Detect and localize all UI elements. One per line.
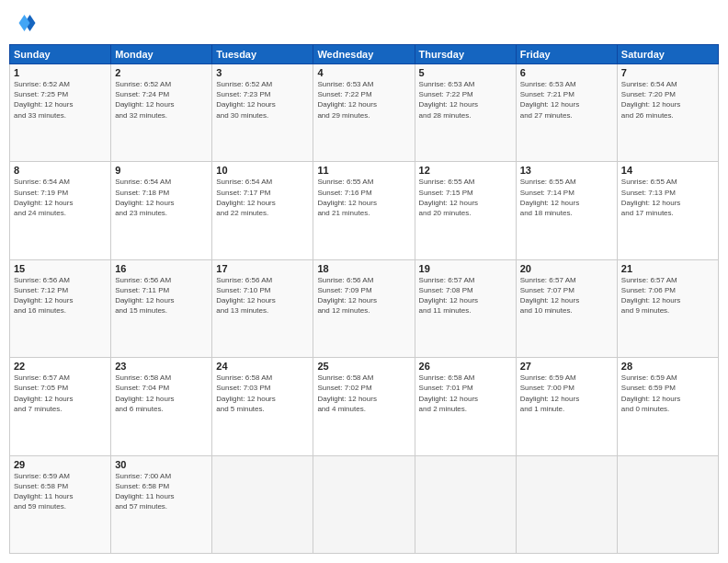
day-number: 24 bbox=[216, 361, 309, 372]
day-info: Sunrise: 6:54 AM Sunset: 7:20 PM Dayligh… bbox=[621, 79, 714, 121]
day-info: Sunrise: 6:57 AM Sunset: 7:08 PM Dayligh… bbox=[419, 275, 512, 316]
day-info: Sunrise: 6:59 AM Sunset: 6:59 PM Dayligh… bbox=[621, 373, 714, 414]
calendar-cell: 21Sunrise: 6:57 AM Sunset: 7:06 PM Dayli… bbox=[617, 259, 718, 357]
header bbox=[9, 9, 719, 37]
calendar-week-3: 15Sunrise: 6:56 AM Sunset: 7:12 PM Dayli… bbox=[10, 259, 719, 357]
calendar-cell: 25Sunrise: 6:58 AM Sunset: 7:02 PM Dayli… bbox=[313, 358, 415, 455]
calendar-cell bbox=[212, 455, 313, 553]
calendar-cell: 26Sunrise: 6:58 AM Sunset: 7:01 PM Dayli… bbox=[415, 358, 516, 455]
day-info: Sunrise: 6:55 AM Sunset: 7:13 PM Dayligh… bbox=[621, 177, 714, 218]
weekday-header-wednesday: Wednesday bbox=[313, 45, 415, 64]
weekday-header-sunday: Sunday bbox=[10, 45, 111, 64]
day-info: Sunrise: 6:53 AM Sunset: 7:22 PM Dayligh… bbox=[317, 79, 410, 121]
day-info: Sunrise: 6:58 AM Sunset: 7:01 PM Dayligh… bbox=[419, 373, 512, 414]
calendar-cell: 17Sunrise: 6:56 AM Sunset: 7:10 PM Dayli… bbox=[212, 259, 313, 357]
day-info: Sunrise: 6:55 AM Sunset: 7:16 PM Dayligh… bbox=[317, 177, 410, 218]
calendar-cell: 10Sunrise: 6:54 AM Sunset: 7:17 PM Dayli… bbox=[212, 162, 313, 259]
day-number: 25 bbox=[317, 361, 410, 372]
day-info: Sunrise: 6:57 AM Sunset: 7:05 PM Dayligh… bbox=[14, 373, 107, 414]
calendar-cell bbox=[415, 455, 516, 553]
day-info: Sunrise: 6:57 AM Sunset: 7:07 PM Dayligh… bbox=[520, 275, 613, 316]
calendar-week-5: 29Sunrise: 6:59 AM Sunset: 6:58 PM Dayli… bbox=[10, 455, 719, 553]
weekday-header-saturday: Saturday bbox=[617, 45, 718, 64]
calendar-cell: 27Sunrise: 6:59 AM Sunset: 7:00 PM Dayli… bbox=[516, 358, 617, 455]
day-number: 23 bbox=[115, 361, 208, 372]
day-info: Sunrise: 7:00 AM Sunset: 6:58 PM Dayligh… bbox=[115, 471, 208, 512]
day-number: 22 bbox=[14, 361, 107, 372]
day-number: 30 bbox=[115, 459, 208, 470]
day-info: Sunrise: 6:52 AM Sunset: 7:23 PM Dayligh… bbox=[216, 79, 309, 121]
day-number: 29 bbox=[14, 459, 107, 470]
calendar-cell: 20Sunrise: 6:57 AM Sunset: 7:07 PM Dayli… bbox=[516, 259, 617, 357]
logo-icon bbox=[9, 9, 37, 37]
day-number: 8 bbox=[14, 165, 107, 176]
calendar-cell bbox=[313, 455, 415, 553]
day-number: 2 bbox=[115, 67, 208, 78]
day-info: Sunrise: 6:56 AM Sunset: 7:12 PM Dayligh… bbox=[14, 275, 107, 316]
day-info: Sunrise: 6:59 AM Sunset: 7:00 PM Dayligh… bbox=[520, 373, 613, 414]
calendar-cell: 9Sunrise: 6:54 AM Sunset: 7:18 PM Daylig… bbox=[111, 162, 212, 259]
calendar-cell: 12Sunrise: 6:55 AM Sunset: 7:15 PM Dayli… bbox=[415, 162, 516, 259]
calendar-cell: 6Sunrise: 6:53 AM Sunset: 7:21 PM Daylig… bbox=[516, 64, 617, 162]
day-number: 14 bbox=[621, 165, 714, 176]
day-number: 6 bbox=[520, 67, 613, 78]
day-info: Sunrise: 6:54 AM Sunset: 7:19 PM Dayligh… bbox=[14, 177, 107, 218]
day-number: 13 bbox=[520, 165, 613, 176]
calendar-cell: 8Sunrise: 6:54 AM Sunset: 7:19 PM Daylig… bbox=[10, 162, 111, 259]
weekday-header-friday: Friday bbox=[516, 45, 617, 64]
day-number: 1 bbox=[14, 67, 107, 78]
day-number: 7 bbox=[621, 67, 714, 78]
calendar-cell: 24Sunrise: 6:58 AM Sunset: 7:03 PM Dayli… bbox=[212, 358, 313, 455]
day-info: Sunrise: 6:55 AM Sunset: 7:14 PM Dayligh… bbox=[520, 177, 613, 218]
day-info: Sunrise: 6:56 AM Sunset: 7:09 PM Dayligh… bbox=[317, 275, 410, 316]
calendar-week-2: 8Sunrise: 6:54 AM Sunset: 7:19 PM Daylig… bbox=[10, 162, 719, 259]
day-info: Sunrise: 6:53 AM Sunset: 7:21 PM Dayligh… bbox=[520, 79, 613, 121]
day-number: 10 bbox=[216, 165, 309, 176]
day-info: Sunrise: 6:54 AM Sunset: 7:18 PM Dayligh… bbox=[115, 177, 208, 218]
calendar-cell: 23Sunrise: 6:58 AM Sunset: 7:04 PM Dayli… bbox=[111, 358, 212, 455]
page: SundayMondayTuesdayWednesdayThursdayFrid… bbox=[0, 0, 728, 563]
calendar-cell bbox=[516, 455, 617, 553]
calendar-cell: 2Sunrise: 6:52 AM Sunset: 7:24 PM Daylig… bbox=[111, 64, 212, 162]
day-number: 12 bbox=[419, 165, 512, 176]
calendar-cell: 30Sunrise: 7:00 AM Sunset: 6:58 PM Dayli… bbox=[111, 455, 212, 553]
calendar-cell: 7Sunrise: 6:54 AM Sunset: 7:20 PM Daylig… bbox=[617, 64, 718, 162]
weekday-header-tuesday: Tuesday bbox=[212, 45, 313, 64]
day-number: 4 bbox=[317, 67, 410, 78]
weekday-header-monday: Monday bbox=[111, 45, 212, 64]
calendar-week-1: 1Sunrise: 6:52 AM Sunset: 7:25 PM Daylig… bbox=[10, 64, 719, 162]
day-number: 19 bbox=[419, 263, 512, 274]
day-info: Sunrise: 6:54 AM Sunset: 7:17 PM Dayligh… bbox=[216, 177, 309, 218]
day-info: Sunrise: 6:52 AM Sunset: 7:24 PM Dayligh… bbox=[115, 79, 208, 121]
calendar-cell: 15Sunrise: 6:56 AM Sunset: 7:12 PM Dayli… bbox=[10, 259, 111, 357]
day-info: Sunrise: 6:58 AM Sunset: 7:03 PM Dayligh… bbox=[216, 373, 309, 414]
day-number: 11 bbox=[317, 165, 410, 176]
day-number: 21 bbox=[621, 263, 714, 274]
day-number: 17 bbox=[216, 263, 309, 274]
calendar-cell: 11Sunrise: 6:55 AM Sunset: 7:16 PM Dayli… bbox=[313, 162, 415, 259]
day-info: Sunrise: 6:59 AM Sunset: 6:58 PM Dayligh… bbox=[14, 471, 107, 512]
calendar-cell: 18Sunrise: 6:56 AM Sunset: 7:09 PM Dayli… bbox=[313, 259, 415, 357]
calendar-table: SundayMondayTuesdayWednesdayThursdayFrid… bbox=[9, 44, 719, 554]
calendar-cell: 3Sunrise: 6:52 AM Sunset: 7:23 PM Daylig… bbox=[212, 64, 313, 162]
calendar-cell: 16Sunrise: 6:56 AM Sunset: 7:11 PM Dayli… bbox=[111, 259, 212, 357]
day-info: Sunrise: 6:58 AM Sunset: 7:04 PM Dayligh… bbox=[115, 373, 208, 414]
day-info: Sunrise: 6:53 AM Sunset: 7:22 PM Dayligh… bbox=[419, 79, 512, 121]
day-number: 27 bbox=[520, 361, 613, 372]
calendar-cell: 22Sunrise: 6:57 AM Sunset: 7:05 PM Dayli… bbox=[10, 358, 111, 455]
calendar-cell: 19Sunrise: 6:57 AM Sunset: 7:08 PM Dayli… bbox=[415, 259, 516, 357]
day-info: Sunrise: 6:58 AM Sunset: 7:02 PM Dayligh… bbox=[317, 373, 410, 414]
weekday-header-row: SundayMondayTuesdayWednesdayThursdayFrid… bbox=[10, 45, 719, 64]
day-number: 9 bbox=[115, 165, 208, 176]
day-info: Sunrise: 6:52 AM Sunset: 7:25 PM Dayligh… bbox=[14, 79, 107, 121]
day-number: 28 bbox=[621, 361, 714, 372]
day-number: 20 bbox=[520, 263, 613, 274]
day-number: 15 bbox=[14, 263, 107, 274]
calendar-cell: 14Sunrise: 6:55 AM Sunset: 7:13 PM Dayli… bbox=[617, 162, 718, 259]
day-info: Sunrise: 6:57 AM Sunset: 7:06 PM Dayligh… bbox=[621, 275, 714, 316]
day-number: 16 bbox=[115, 263, 208, 274]
calendar-cell: 1Sunrise: 6:52 AM Sunset: 7:25 PM Daylig… bbox=[10, 64, 111, 162]
logo bbox=[9, 9, 40, 37]
calendar-cell: 28Sunrise: 6:59 AM Sunset: 6:59 PM Dayli… bbox=[617, 358, 718, 455]
calendar-week-4: 22Sunrise: 6:57 AM Sunset: 7:05 PM Dayli… bbox=[10, 358, 719, 455]
